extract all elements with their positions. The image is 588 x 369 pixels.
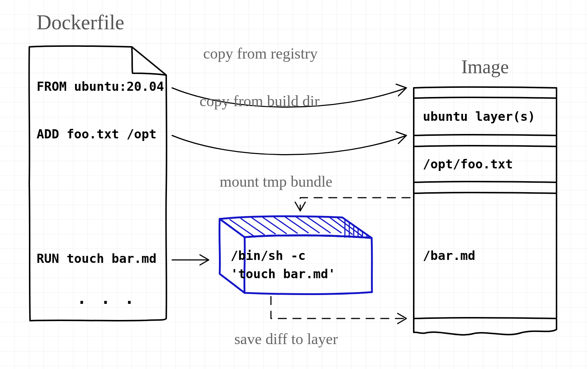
image-layer-bar: /bar.md (423, 248, 475, 263)
dockerfile-ellipsis: . . . (77, 289, 136, 308)
image-title: Image (461, 56, 509, 77)
label-copy-build-dir: copy from build dir (200, 93, 320, 109)
label-copy-registry: copy from registry (203, 45, 318, 62)
dockerfile-line-from: FROM ubuntu:20.04 (37, 79, 164, 94)
svg-line-2 (252, 218, 275, 234)
arrow-mount-tmp: mount tmp bundle (220, 173, 410, 211)
container-cmd-line1: /bin/sh -c (231, 248, 306, 263)
svg-line-4 (274, 217, 297, 233)
svg-line-1 (241, 219, 264, 235)
label-save-diff: save diff to layer (234, 331, 338, 347)
container-cmd-line2: 'touch bar.md' (231, 266, 336, 281)
arrow-save-diff: save diff to layer (234, 297, 406, 347)
svg-line-0 (230, 220, 253, 236)
arrow-copy-build-dir: copy from build dir (172, 93, 406, 155)
svg-line-5 (285, 217, 308, 233)
svg-line-3 (263, 217, 286, 234)
dockerfile-line-run: RUN touch bar.md (37, 251, 157, 266)
container-box: /bin/sh -c 'touch bar.md' (219, 216, 372, 294)
image-layer-ubuntu: ubuntu layer(s) (423, 109, 535, 124)
svg-line-6 (296, 217, 319, 233)
label-mount-tmp: mount tmp bundle (220, 173, 332, 190)
image-stack: Image ubuntu layer(s) /opt/foo.txt /bar.… (413, 56, 557, 335)
svg-line-7 (307, 217, 330, 233)
dockerfile-line-add: ADD foo.txt /opt (37, 127, 157, 141)
dockerfile-document: Dockerfile FROM ubuntu:20.04 ADD foo.txt… (29, 11, 166, 321)
dockerfile-title: Dockerfile (37, 11, 124, 34)
svg-line-8 (318, 217, 341, 233)
image-layer-foo: /opt/foo.txt (423, 157, 513, 171)
arrow-run-to-container (172, 255, 209, 265)
